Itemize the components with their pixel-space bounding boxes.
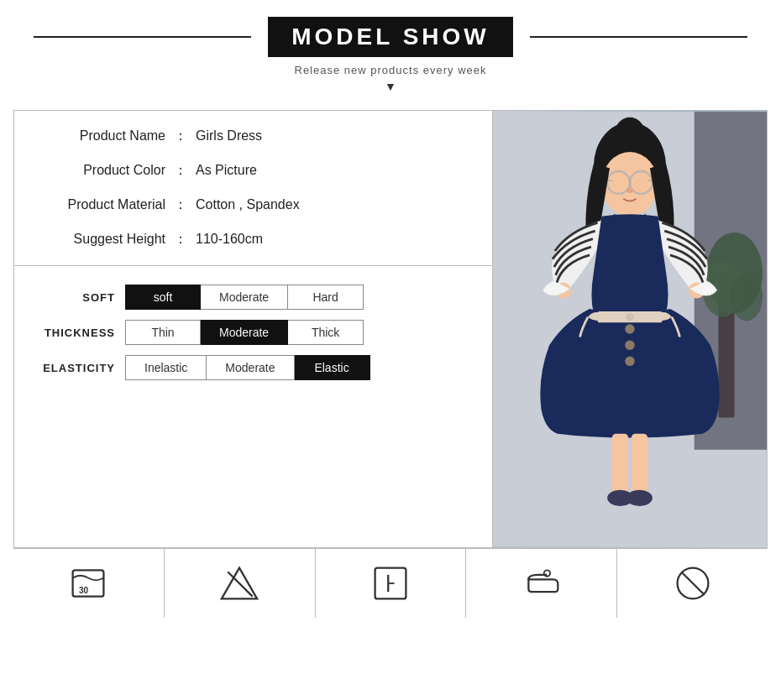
- header-arrow: ▼: [385, 80, 396, 93]
- attributes-section: SOFT soft Moderate Hard THICKNESS Thin M…: [14, 266, 492, 407]
- product-material-colon: ：: [174, 196, 187, 214]
- svg-point-7: [616, 118, 645, 147]
- svg-line-38: [681, 572, 705, 595]
- product-height-colon: ：: [174, 231, 187, 248]
- care-icons-row: 30: [13, 548, 768, 618]
- care-wash-cell: 30: [13, 549, 165, 618]
- right-panel: [493, 111, 767, 547]
- product-name-colon: ：: [174, 128, 187, 145]
- product-material-label: Product Material: [31, 197, 165, 212]
- iron-icon: [522, 564, 561, 603]
- no-dry-clean-icon: [674, 564, 712, 603]
- wash-30-icon: 30: [69, 564, 107, 603]
- care-no-dry-clean-cell: [617, 549, 768, 618]
- thickness-row: THICKNESS Thin Moderate Thick: [31, 320, 475, 345]
- elasticity-options: Inelastic Moderate Elastic: [125, 355, 370, 380]
- header-section: MODEL SHOW Release new products every we…: [0, 0, 781, 102]
- svg-point-19: [625, 340, 635, 350]
- header-line-left: [34, 36, 251, 38]
- soft-options: soft Moderate Hard: [125, 285, 364, 310]
- header-line-right: [530, 36, 747, 38]
- elasticity-row: ELASTICITY Inelastic Moderate Elastic: [31, 355, 475, 380]
- soft-option-soft[interactable]: soft: [125, 285, 201, 310]
- care-no-bleach-cell: [165, 549, 316, 618]
- product-color-row: Product Color ： As Picture: [31, 154, 475, 188]
- soft-option-moderate[interactable]: Moderate: [201, 285, 288, 310]
- thickness-options: Thin Moderate Thick: [125, 320, 364, 345]
- svg-point-15: [626, 188, 633, 193]
- product-material-value: Cotton , Spandex: [196, 197, 300, 212]
- product-name-value: Girls Dress: [196, 128, 262, 144]
- thickness-label: THICKNESS: [31, 326, 115, 339]
- product-color-colon: ：: [174, 162, 187, 180]
- svg-rect-23: [612, 434, 628, 499]
- girl-figure-svg: [493, 111, 767, 547]
- product-color-value: As Picture: [196, 163, 257, 178]
- header-title-row: MODEL SHOW: [34, 17, 747, 57]
- header-subtitle: Release new products every week: [295, 64, 487, 76]
- product-height-value: 110-160cm: [196, 232, 263, 247]
- main-content: Product Name ： Girls Dress Product Color…: [13, 110, 768, 548]
- product-height-label: Suggest Height: [31, 232, 165, 247]
- product-height-row: Suggest Height ： 110-160cm: [31, 222, 475, 257]
- svg-point-36: [544, 570, 550, 576]
- svg-line-13: [647, 180, 653, 181]
- elasticity-option-inelastic[interactable]: Inelastic: [125, 355, 207, 380]
- elasticity-label: ELASTICITY: [31, 362, 115, 374]
- elasticity-option-elastic[interactable]: Elastic: [295, 355, 370, 380]
- tumble-dry-icon: [371, 564, 410, 603]
- thickness-option-thin[interactable]: Thin: [125, 320, 201, 345]
- product-name-label: Product Name: [31, 128, 165, 144]
- product-info: Product Name ： Girls Dress Product Color…: [14, 111, 492, 266]
- soft-option-hard[interactable]: Hard: [288, 285, 364, 310]
- svg-point-22: [626, 313, 634, 321]
- svg-point-26: [626, 490, 653, 506]
- left-panel: Product Name ： Girls Dress Product Color…: [14, 111, 493, 547]
- svg-point-18: [625, 324, 635, 334]
- product-name-row: Product Name ： Girls Dress: [31, 119, 475, 154]
- care-iron-cell: [466, 549, 617, 618]
- product-image: [493, 111, 767, 547]
- svg-point-20: [625, 357, 635, 367]
- thickness-option-thick[interactable]: Thick: [288, 320, 364, 345]
- product-material-row: Product Material ： Cotton , Spandex: [31, 188, 475, 222]
- thickness-option-moderate[interactable]: Moderate: [201, 320, 288, 345]
- soft-row: SOFT soft Moderate Hard: [31, 285, 475, 310]
- care-tumble-cell: [316, 549, 467, 618]
- svg-rect-24: [632, 434, 647, 499]
- svg-line-12: [607, 180, 612, 181]
- elasticity-option-moderate[interactable]: Moderate: [207, 355, 294, 380]
- product-color-label: Product Color: [31, 163, 165, 178]
- no-bleach-icon: [220, 564, 259, 603]
- soft-label: SOFT: [31, 291, 115, 304]
- header-title: MODEL SHOW: [268, 17, 512, 57]
- svg-text:30: 30: [79, 586, 89, 595]
